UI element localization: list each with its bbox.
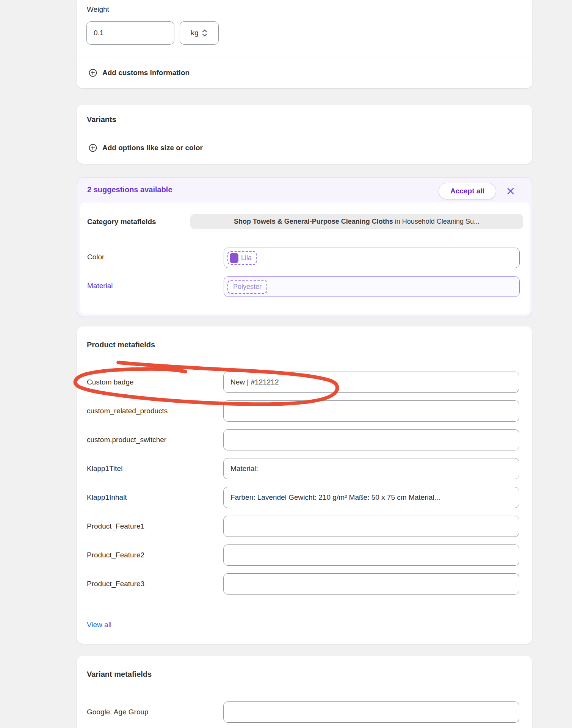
add-options-label: Add options like size or color [102, 144, 203, 152]
google-age-group-input[interactable] [223, 701, 519, 723]
close-icon[interactable] [506, 187, 515, 196]
weight-unit-value: kg [191, 29, 198, 37]
product-feature3-input[interactable] [223, 573, 519, 595]
accept-all-button[interactable]: Accept all [439, 183, 496, 199]
add-options-button[interactable]: Add options like size or color [88, 143, 203, 152]
suggestions-banner-text: 2 suggestions available [87, 185, 172, 194]
product-edit-page: { "shipping_card": { "weight_label": "We… [0, 0, 572, 728]
variants-card: Variants Add options like size or color [77, 105, 532, 164]
metafield-label: custom.product_switcher [87, 436, 166, 444]
category-pill-strong: Shop Towels & General-Purpose Cleaning C… [234, 218, 393, 226]
klapp1inhalt-input[interactable] [223, 487, 519, 508]
metafield-label: Product_Feature2 [87, 551, 144, 559]
card-divider [77, 58, 532, 58]
metafield-row: Custom badge [77, 372, 532, 393]
category-metafields-label: Category metafields [87, 218, 156, 226]
color-suggestion-chip[interactable]: Lila [227, 251, 257, 265]
metafield-label: Custom badge [87, 378, 134, 386]
product-feature2-input[interactable] [223, 544, 519, 566]
metafield-row: Product_Feature1 [77, 516, 532, 537]
metafield-row: Product_Feature3 [77, 573, 532, 595]
plus-circle-icon [88, 143, 97, 152]
category-metafields-panel: Category metafields Shop Towels & Genera… [80, 202, 530, 314]
metafield-label: Product_Feature3 [87, 580, 144, 588]
variant-metafields-title: Variant metafields [87, 670, 152, 679]
add-customs-button[interactable]: Add customs information [88, 68, 190, 77]
metafield-row: Google: Age Group [77, 701, 532, 723]
product-feature1-input[interactable] [223, 516, 519, 537]
material-suggestion-chip[interactable]: Polyester [227, 280, 267, 294]
category-pill: Shop Towels & General-Purpose Cleaning C… [190, 214, 523, 229]
metafield-row: custom.product_switcher [77, 429, 532, 450]
metafield-row: custom_related_products [77, 400, 532, 422]
custom-badge-input[interactable] [223, 372, 519, 393]
metafield-row: Klapp1Inhalt [77, 487, 532, 508]
add-customs-label: Add customs information [102, 69, 190, 77]
product-metafields-card: Product metafields Custom badge custom_r… [77, 326, 532, 644]
custom-related-products-input[interactable] [223, 400, 519, 422]
suggestions-card: 2 suggestions available Accept all Categ… [77, 177, 532, 317]
lila-swatch [230, 253, 238, 263]
material-input[interactable]: Polyester [224, 276, 520, 297]
weight-input[interactable] [86, 21, 174, 45]
weight-unit-select[interactable]: kg [180, 21, 219, 45]
color-label: Color [87, 253, 104, 261]
metafield-label: custom_related_products [87, 407, 168, 415]
metafield-row: Product_Feature2 [77, 544, 532, 566]
product-switcher-input[interactable] [223, 429, 519, 450]
variant-metafields-card: Variant metafields Google: Age Group [77, 656, 532, 728]
weight-label: Weight [87, 5, 109, 14]
material-chip-label: Polyester [233, 283, 262, 291]
material-label: Material [87, 282, 113, 290]
plus-circle-icon [88, 68, 97, 77]
klapp1titel-input[interactable] [223, 458, 519, 479]
metafield-label: Klapp1Inhalt [87, 493, 127, 502]
metafield-row: Klapp1Titel [77, 458, 532, 479]
select-chevrons-icon [202, 28, 208, 38]
shipping-card: Weight kg Add customs information [77, 0, 532, 88]
metafield-label: Product_Feature1 [87, 522, 144, 530]
view-all-link[interactable]: View all [87, 621, 111, 629]
product-metafields-title: Product metafields [87, 340, 155, 349]
category-pill-rest: in Household Cleaning Su... [395, 218, 480, 226]
color-input[interactable]: Lila [224, 248, 520, 268]
color-chip-label: Lila [241, 254, 252, 262]
metafield-label: Google: Age Group [87, 708, 149, 716]
variants-title: Variants [87, 115, 116, 124]
metafield-label: Klapp1Titel [87, 464, 122, 473]
